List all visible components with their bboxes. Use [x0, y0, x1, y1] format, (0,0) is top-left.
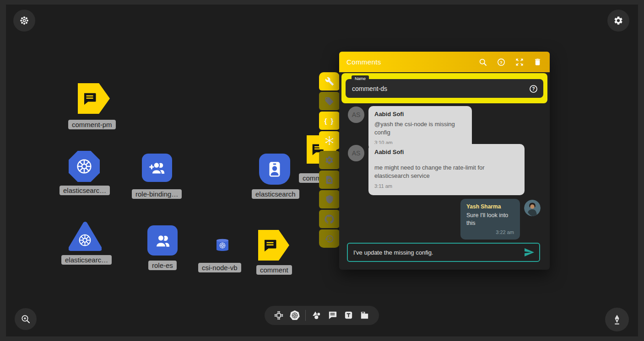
shapes-icon[interactable] — [311, 310, 322, 321]
wrench-icon — [325, 77, 334, 86]
message-time: 3:22 am — [466, 229, 514, 235]
comments-panel: Comments Name AS Aabid Sofi @yash the cs… — [339, 52, 550, 270]
name-field-label: Name — [352, 75, 369, 82]
history-icon — [325, 234, 334, 244]
node-elasticsearch-octagon[interactable] — [69, 151, 100, 182]
message-time: 3:11 am — [374, 183, 519, 189]
trash-icon[interactable] — [533, 58, 542, 67]
chat-message: Aabid Sofi me might need to change the r… — [368, 144, 525, 195]
note-tool-icon[interactable] — [359, 310, 370, 321]
node-role-es[interactable] — [147, 225, 178, 256]
message-text: @yash the csi-node is missing config — [374, 120, 466, 136]
shield-icon — [325, 195, 334, 204]
help-icon[interactable] — [529, 84, 538, 94]
kanvas-app: comment-pm comm elasticsearc… role-bindi… — [0, 0, 644, 341]
avatar: AS — [348, 107, 364, 123]
canvas-tools-toolbar — [265, 306, 379, 325]
toolbar-item-configure[interactable] — [319, 72, 340, 91]
kubernetes-hub-icon — [324, 135, 335, 146]
chat-message: Yash Sharma Sure I'll look into this 3:2… — [460, 199, 520, 240]
text-tool-icon[interactable] — [343, 310, 354, 321]
node-label: role-es — [148, 261, 177, 270]
help-icon[interactable] — [497, 58, 506, 67]
toolbar-item-kubernetes-hub[interactable] — [319, 131, 340, 149]
toolbar-item-security[interactable] — [319, 190, 340, 208]
node-action-toolbar: { } — [319, 72, 340, 249]
message-author: Aabid Sofi — [374, 111, 466, 117]
comments-panel-header[interactable]: Comments — [339, 52, 550, 72]
toolbar-item-settings[interactable] — [319, 151, 340, 169]
expand-icon[interactable] — [515, 58, 524, 67]
chat-input-row — [347, 243, 540, 262]
avatar-photo — [524, 200, 541, 216]
zoom-button[interactable] — [15, 308, 37, 330]
role-icon — [153, 231, 172, 250]
toolbar-item-labels[interactable] — [319, 92, 340, 110]
send-icon[interactable] — [524, 247, 535, 258]
message-text: Sure I'll look into this — [466, 212, 514, 227]
node-label: elasticsearc… — [61, 255, 112, 265]
node-label: elasticsearch — [252, 189, 299, 199]
node-label: comment — [256, 265, 292, 275]
gear-icon — [325, 155, 334, 165]
role-binding-icon — [147, 158, 167, 177]
tag-icon — [325, 96, 334, 106]
node-label: comment-pm — [68, 120, 116, 129]
toolbar-item-json[interactable]: { } — [319, 112, 340, 130]
zoom-in-icon — [20, 314, 31, 325]
flower-icon — [19, 15, 30, 26]
gear-icon — [613, 16, 623, 26]
pen-nib-icon — [611, 314, 623, 325]
app-menu-button[interactable] — [13, 10, 35, 32]
node-elasticsearch-triangle[interactable] — [69, 221, 102, 252]
pen-tool-button[interactable] — [605, 308, 629, 331]
node-label: csi-node-vb — [198, 263, 241, 272]
panel-title: Comments — [346, 58, 469, 66]
name-field-container: Name — [341, 73, 547, 103]
kubernetes-icon[interactable] — [289, 310, 300, 321]
message-text: me might need to change the rate-limit f… — [374, 164, 519, 180]
node-label: elasticsearc… — [60, 186, 110, 195]
toolbar-item-doc-search[interactable] — [319, 170, 340, 189]
search-icon[interactable] — [478, 58, 487, 67]
braces-icon: { } — [325, 117, 335, 125]
kubernetes-icon — [75, 157, 93, 176]
name-input[interactable] — [346, 79, 543, 98]
settings-button[interactable] — [607, 10, 629, 32]
service-account-icon — [264, 159, 285, 180]
message-author: Yash Sharma — [466, 203, 514, 210]
document-search-icon — [325, 175, 334, 185]
node-label: role-binding… — [132, 189, 182, 199]
chat-input[interactable] — [348, 249, 519, 256]
comment-icon — [81, 91, 98, 107]
node-role-binding[interactable] — [142, 154, 172, 182]
toolbar-item-history[interactable] — [319, 229, 340, 248]
message-author: Aabid Sofi — [374, 149, 519, 155]
node-csi-node-vb[interactable] — [214, 237, 231, 253]
avatar: AS — [348, 145, 364, 161]
graph-view-icon[interactable] — [273, 310, 284, 321]
github-icon — [325, 214, 334, 224]
chat-message: Aabid Sofi @yash the csi-node is missing… — [368, 106, 472, 150]
comment-icon — [262, 237, 278, 254]
comment-tool-icon[interactable] — [327, 310, 338, 321]
toolbar-divider — [305, 310, 306, 321]
toolbar-item-github[interactable] — [319, 210, 340, 228]
node-elasticsearch-serviceaccount[interactable] — [259, 154, 290, 185]
